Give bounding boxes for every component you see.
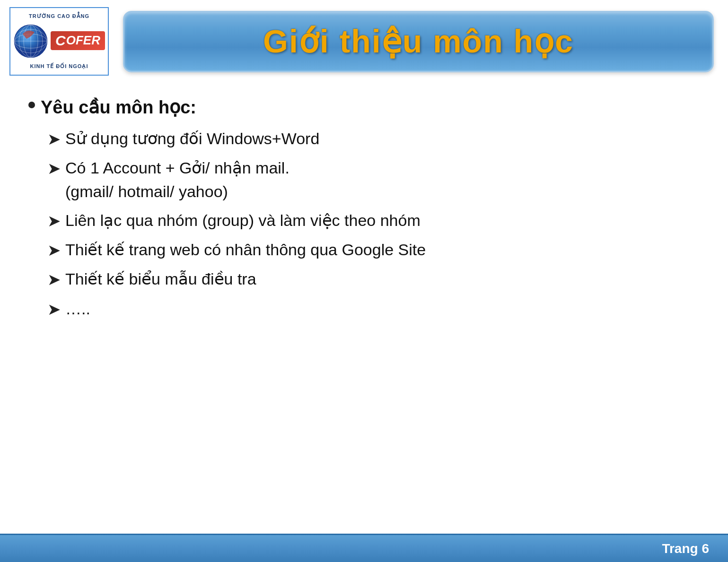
main-bullet-text: Yêu cầu môn học: — [41, 97, 196, 118]
main-bullet: Yêu cầu môn học: — [28, 97, 700, 118]
sub-item-text: Liên lạc qua nhóm (group) và làm việc th… — [65, 209, 421, 232]
logo-combined: COFER — [11, 21, 107, 61]
arrow-icon: ➤ — [47, 239, 61, 262]
list-item: ➤ Thiết kế trang web có nhân thông qua G… — [47, 238, 700, 262]
header: TRƯỜNG CAO ĐẲNG — [0, 0, 728, 83]
sub-items-list: ➤ Sử dụng tương đối Windows+Word ➤ Có 1 … — [28, 127, 700, 321]
arrow-icon: ➤ — [47, 157, 61, 180]
list-item: ➤ Thiết kế biểu mẫu điều tra — [47, 268, 700, 291]
arrow-icon: ➤ — [47, 298, 61, 321]
sub-item-text: Thiết kế biểu mẫu điều tra — [65, 268, 256, 291]
arrow-icon: ➤ — [47, 128, 61, 151]
logo-box: TRƯỜNG CAO ĐẲNG — [9, 7, 109, 76]
sub-item-text: ….. — [65, 297, 90, 320]
sub-item-text: Sử dụng tương đối Windows+Word — [65, 127, 319, 150]
sub-item-text: Có 1 Account + Gởi/ nhận mail. (gmail/ h… — [65, 156, 289, 203]
content-area: Yêu cầu môn học: ➤ Sử dụng tương đối Win… — [0, 83, 728, 330]
footer: Trang 6 — [0, 534, 728, 562]
list-item: ➤ ….. — [47, 297, 700, 321]
arrow-icon: ➤ — [47, 268, 61, 291]
list-item: ➤ Có 1 Account + Gởi/ nhận mail. (gmail/… — [47, 156, 700, 203]
list-item: ➤ Sử dụng tương đối Windows+Word — [47, 127, 700, 151]
bullet-dot-icon — [28, 102, 35, 108]
page-title: Giới thiệu môn học — [263, 23, 574, 60]
sub-item-text: Thiết kế trang web có nhân thông qua Goo… — [65, 238, 426, 261]
globe-icon — [13, 24, 49, 59]
title-banner: Giới thiệu môn học — [123, 11, 714, 72]
page-number: Trang 6 — [662, 541, 709, 556]
brand-badge: COFER — [51, 31, 105, 50]
list-item: ➤ Liên lạc qua nhóm (group) và làm việc … — [47, 209, 700, 233]
school-tagline: KINH TẾ ĐỐI NGOẠI — [13, 63, 105, 69]
arrow-icon: ➤ — [47, 209, 61, 233]
school-label: TRƯỜNG CAO ĐẲNG — [29, 13, 89, 19]
